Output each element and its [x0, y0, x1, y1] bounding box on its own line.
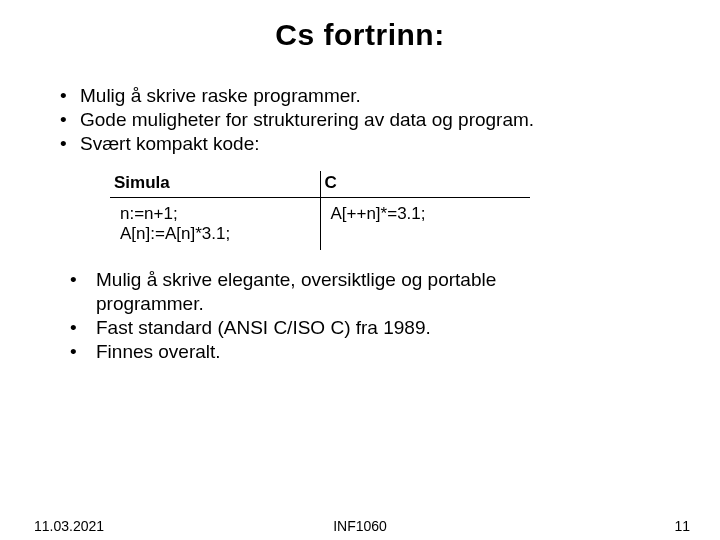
table-header-c: C: [320, 171, 530, 198]
bullet-item: Mulig å skrive elegante, oversiktlige og…: [70, 268, 680, 292]
slide-title: Cs fortrinn:: [0, 0, 720, 52]
footer-page-number: 11: [674, 518, 690, 534]
bullet-group-bottom: Mulig å skrive elegante, oversiktlige og…: [70, 268, 680, 363]
simula-code-cell: n:=n+1; A[n]:=A[n]*3.1;: [110, 198, 320, 251]
bullet-group-top: Mulig å skrive raske programmer. Gode mu…: [60, 84, 680, 155]
bullet-item: Finnes overalt.: [70, 340, 680, 364]
bullet-item: Gode muligheter for strukturering av dat…: [60, 108, 680, 132]
slide: Cs fortrinn: Mulig å skrive raske progra…: [0, 0, 720, 540]
bullet-item: Svært kompakt kode:: [60, 132, 680, 156]
c-code-cell: A[++n]*=3.1;: [320, 198, 530, 251]
bullet-item-continuation: programmer.: [70, 292, 680, 316]
code-comparison-table: Simula C n:=n+1; A[n]:=A[n]*3.1; A[++n]*…: [110, 171, 530, 250]
footer-course: INF1060: [333, 518, 387, 534]
bullet-item: Mulig å skrive raske programmer.: [60, 84, 680, 108]
bullet-item: Fast standard (ANSI C/ISO C) fra 1989.: [70, 316, 680, 340]
footer-date: 11.03.2021: [34, 518, 104, 534]
table-header-simula: Simula: [110, 171, 320, 198]
